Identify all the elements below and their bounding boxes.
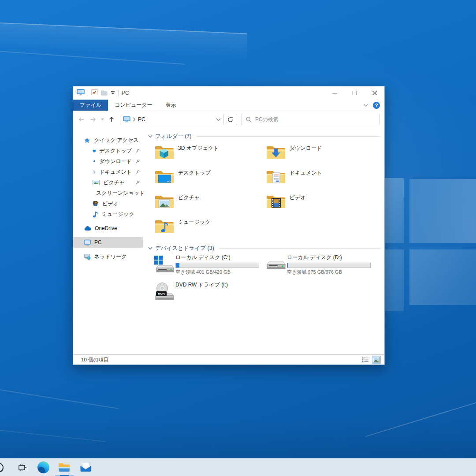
sidebar-item-onedrive[interactable]: OneDrive bbox=[73, 223, 143, 234]
breadcrumb-chevron-icon[interactable] bbox=[133, 117, 136, 122]
drive-name: ローカル ディスク (D:) bbox=[287, 254, 371, 261]
chevron-down-icon bbox=[100, 118, 104, 121]
tab-file[interactable]: ファイル bbox=[73, 100, 108, 111]
expand-ribbon-chevron-icon[interactable] bbox=[363, 104, 368, 107]
refresh-button[interactable] bbox=[224, 114, 237, 125]
music-icon bbox=[93, 211, 98, 218]
sidebar-item-network[interactable]: ネットワーク bbox=[73, 251, 143, 262]
ribbon-tabs: ファイル コンピューター 表示 ? bbox=[73, 100, 384, 111]
mail-button[interactable] bbox=[75, 459, 96, 476]
sidebar-item-pictures[interactable]: ピクチャ bbox=[73, 177, 143, 188]
sidebar-item-pc[interactable]: PC bbox=[73, 237, 143, 248]
window-body: クイック アクセス デスクトップ ダウンロード ドキュメント bbox=[73, 128, 384, 354]
search-input[interactable] bbox=[255, 116, 376, 123]
help-icon: ? bbox=[375, 103, 378, 108]
new-folder-icon[interactable] bbox=[101, 89, 108, 97]
titlebar[interactable]: PC bbox=[73, 86, 384, 100]
sidebar-item-downloads[interactable]: ダウンロード bbox=[73, 156, 143, 167]
details-view-button[interactable] bbox=[361, 356, 370, 364]
back-button[interactable] bbox=[76, 114, 87, 125]
folder-tile-documents[interactable]: ドキュメント bbox=[260, 167, 371, 191]
drive-name: DVD RW ドライブ (I:) bbox=[175, 281, 259, 289]
folder-tile-pictures[interactable]: ピクチャ bbox=[148, 191, 260, 216]
tab-view[interactable]: 表示 bbox=[159, 100, 183, 111]
forward-arrow-icon bbox=[89, 116, 97, 123]
task-view-button[interactable] bbox=[11, 459, 33, 476]
navigation-pane: クイック アクセス デスクトップ ダウンロード ドキュメント bbox=[73, 128, 143, 354]
search-icon bbox=[0, 463, 4, 472]
edge-icon bbox=[37, 461, 49, 473]
download-icon bbox=[93, 158, 96, 164]
chevron-down-icon bbox=[148, 135, 152, 138]
sidebar-item-music[interactable]: ミュージック bbox=[73, 209, 143, 219]
drive-tile-dvd[interactable]: DVD DVD RW ドライブ (I:) bbox=[148, 281, 260, 304]
file-explorer-button[interactable] bbox=[54, 459, 75, 476]
drive-tile-c[interactable]: ローカル ディスク (C:) 空き領域 401 GB/420 GB bbox=[148, 254, 260, 281]
svg-text:DVD: DVD bbox=[158, 292, 165, 296]
drive-tile-d[interactable]: ローカル ディスク (D:) 空き領域 975 GB/976 GB bbox=[260, 254, 371, 281]
group-header-devices-drives[interactable]: デバイスとドライブ (3) bbox=[148, 243, 380, 253]
drive-free-space: 空き領域 401 GB/420 GB bbox=[175, 269, 259, 275]
task-view-icon bbox=[17, 462, 27, 473]
document-icon bbox=[93, 168, 96, 175]
details-view-icon bbox=[362, 357, 369, 363]
separator bbox=[118, 90, 119, 97]
tab-computer[interactable]: コンピューター bbox=[108, 100, 159, 111]
drive-free-space: 空き領域 975 GB/976 GB bbox=[287, 269, 371, 275]
refresh-icon bbox=[227, 116, 234, 123]
back-arrow-icon bbox=[78, 116, 85, 123]
up-button[interactable] bbox=[106, 114, 117, 125]
drive-name: ローカル ディスク (C:) bbox=[175, 254, 259, 261]
sidebar-item-screenshots[interactable]: スクリーンショット bbox=[73, 188, 143, 198]
thumbnail-view-icon bbox=[373, 357, 380, 363]
folders-grid: 3D オブジェクト ダウンロード デスクトップ ドキュメント bbox=[148, 142, 380, 241]
desktop-folder-icon bbox=[154, 168, 175, 185]
close-icon bbox=[372, 90, 377, 96]
drive-usage-bar bbox=[287, 263, 371, 268]
folder-tile-videos[interactable]: ビデオ bbox=[260, 191, 371, 216]
pin-icon bbox=[135, 180, 140, 185]
folder-tile-desktop[interactable]: デスクトップ bbox=[148, 167, 260, 191]
caption-buttons bbox=[325, 86, 384, 100]
address-dropdown-chevron-icon[interactable] bbox=[216, 118, 221, 121]
drives-grid: ローカル ディスク (C:) 空き領域 401 GB/420 GB ローカル デ… bbox=[148, 254, 380, 304]
recent-locations-button[interactable] bbox=[99, 114, 106, 125]
sidebar-item-desktop[interactable]: デスクトップ bbox=[73, 145, 143, 156]
maximize-icon bbox=[353, 91, 357, 95]
help-button[interactable]: ? bbox=[373, 102, 380, 109]
search-box[interactable] bbox=[242, 114, 380, 125]
sidebar-item-documents[interactable]: ドキュメント bbox=[73, 167, 143, 177]
drive-icon bbox=[265, 255, 286, 274]
folder-tile-downloads[interactable]: ダウンロード bbox=[260, 142, 371, 167]
edge-button[interactable] bbox=[33, 459, 54, 476]
folder-tile-music[interactable]: ミュージック bbox=[148, 216, 260, 241]
3d-objects-folder-icon bbox=[154, 144, 175, 160]
pin-icon bbox=[135, 149, 140, 153]
thumbnail-view-button[interactable] bbox=[372, 356, 381, 364]
chevron-down-icon bbox=[148, 247, 152, 250]
forward-button[interactable] bbox=[87, 114, 99, 125]
sidebar-item-videos[interactable]: ビデオ bbox=[73, 198, 143, 209]
maximize-button[interactable] bbox=[345, 86, 364, 100]
search-button[interactable] bbox=[0, 459, 11, 476]
group-header-folders[interactable]: フォルダー (7) bbox=[148, 131, 380, 141]
desktop: PC ファイル コンピューター 表示 ? bbox=[0, 0, 476, 476]
address-bar[interactable]: PC bbox=[120, 114, 224, 125]
properties-checkbox-icon[interactable] bbox=[91, 89, 98, 97]
minimize-button[interactable] bbox=[325, 86, 345, 100]
navigation-bar: PC bbox=[73, 111, 384, 128]
pictures-icon bbox=[93, 179, 100, 186]
desktop-icon bbox=[93, 148, 96, 154]
taskbar bbox=[0, 458, 476, 476]
sidebar-item-quick-access[interactable]: クイック アクセス bbox=[73, 135, 143, 145]
qat-dropdown-icon[interactable] bbox=[111, 90, 115, 96]
onedrive-cloud-icon bbox=[84, 226, 91, 231]
music-folder-icon bbox=[154, 218, 175, 234]
folder-tile-3d-objects[interactable]: 3D オブジェクト bbox=[148, 142, 260, 167]
drive-usage-bar bbox=[175, 263, 259, 268]
breadcrumb-location[interactable]: PC bbox=[138, 116, 145, 123]
network-icon bbox=[84, 253, 91, 260]
close-button[interactable] bbox=[364, 86, 384, 100]
video-icon bbox=[93, 201, 99, 207]
items-count: 10 個の項目 bbox=[81, 357, 108, 363]
